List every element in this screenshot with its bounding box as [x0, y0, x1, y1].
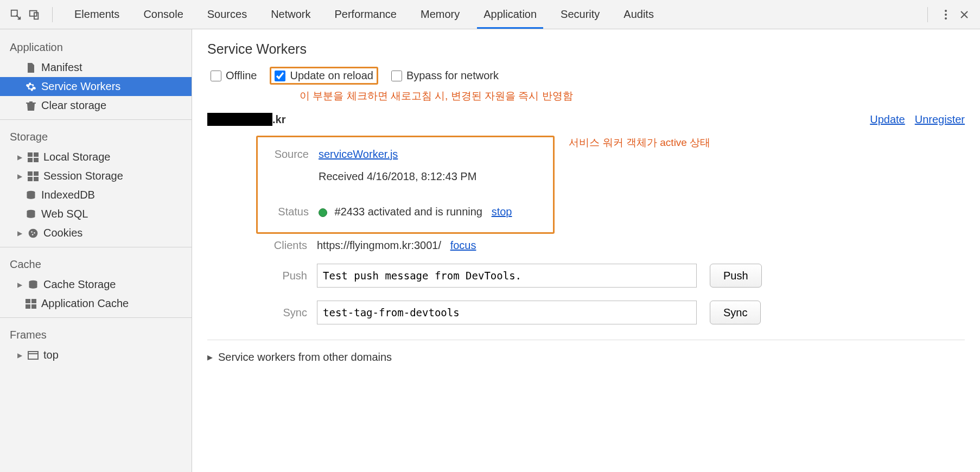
tab-sources[interactable]: Sources: [195, 1, 259, 28]
sync-label: Sync: [256, 307, 317, 319]
source-link[interactable]: serviceWorker.js: [319, 148, 398, 160]
close-icon[interactable]: [956, 7, 972, 23]
push-label: Push: [256, 270, 317, 282]
sidebar-item-indexeddb[interactable]: IndexedDB: [0, 186, 192, 205]
update-on-reload-checkbox-row[interactable]: Update on reload: [270, 67, 378, 85]
grid4-icon: [27, 170, 39, 182]
divider: [52, 7, 53, 22]
gear-icon: [25, 81, 37, 93]
status-label: Status: [264, 206, 319, 218]
bypass-for-network-checkbox[interactable]: [391, 71, 402, 81]
sidebar-item-label: Local Storage: [43, 151, 110, 163]
stop-link[interactable]: stop: [492, 206, 512, 218]
sync-button[interactable]: Sync: [710, 301, 761, 324]
push-button[interactable]: Push: [710, 264, 762, 288]
svg-rect-6: [28, 152, 33, 157]
svg-rect-10: [28, 171, 33, 176]
sidebar-group-frames: Frames: [0, 322, 192, 346]
svg-rect-11: [34, 171, 39, 176]
svg-rect-22: [31, 299, 36, 303]
sidebar-item-manifest[interactable]: Manifest: [0, 58, 192, 77]
other-domains-disclosure[interactable]: ▶ Service workers from other domains: [207, 349, 965, 366]
sidebar-item-label: IndexedDB: [41, 189, 95, 201]
sidebar-item-label: Application Cache: [41, 297, 129, 310]
tab-network[interactable]: Network: [259, 1, 322, 28]
db-icon: [25, 189, 37, 201]
sidebar-item-cache-storage[interactable]: ▶Cache Storage: [0, 275, 192, 294]
divider: [207, 340, 965, 340]
status-text: #2433 activated and is running: [335, 206, 482, 218]
svg-rect-21: [26, 299, 30, 303]
annotation-update-on-reload: 이 부분을 체크하면 새로고침 시, 변경된 자원을 즉시 반영함: [300, 89, 965, 103]
sidebar-group-application: Application: [0, 35, 192, 58]
update-on-reload-checkbox[interactable]: [275, 71, 285, 81]
svg-rect-24: [31, 304, 36, 309]
tab-audits[interactable]: Audits: [612, 1, 666, 28]
db-icon: [27, 279, 39, 291]
offline-checkbox-row[interactable]: Offline: [207, 67, 260, 84]
update-on-reload-label: Update on reload: [290, 69, 373, 82]
svg-rect-7: [34, 152, 39, 157]
sidebar-item-label: Manifest: [41, 61, 82, 74]
sidebar-item-clear-storage[interactable]: Clear storage: [0, 96, 192, 115]
sidebar-item-service-workers[interactable]: Service Workers: [0, 77, 192, 96]
sidebar-item-label: Session Storage: [43, 170, 123, 182]
application-sidebar: ApplicationManifestService WorkersClear …: [0, 29, 192, 472]
svg-point-16: [29, 228, 38, 238]
service-worker-detail-box: Source serviceWorker.js Received 4/16/20…: [256, 136, 555, 234]
cookie-icon: [27, 227, 39, 239]
svg-rect-13: [34, 177, 39, 181]
tab-memory[interactable]: Memory: [409, 1, 472, 28]
tab-application[interactable]: Application: [472, 1, 549, 28]
origin-suffix: .kr: [272, 113, 285, 126]
sidebar-item-cookies[interactable]: ▶Cookies: [0, 224, 192, 243]
disclosure-triangle-icon: ▶: [16, 230, 23, 237]
grid4-icon: [27, 151, 39, 163]
sidebar-item-label: Service Workers: [41, 80, 120, 93]
sidebar-item-top[interactable]: ▶top: [0, 346, 192, 365]
disclosure-triangle-icon: ▶: [16, 154, 23, 161]
tab-elements[interactable]: Elements: [62, 1, 131, 28]
svg-rect-25: [28, 352, 38, 359]
offline-checkbox[interactable]: [211, 71, 221, 81]
sync-input[interactable]: [317, 301, 697, 324]
svg-point-5: [945, 17, 947, 20]
bypass-for-network-checkbox-row[interactable]: Bypass for network: [388, 67, 502, 84]
received-text: Received 4/16/2018, 8:12:43 PM: [319, 170, 546, 183]
disclosure-triangle-icon: ▶: [16, 282, 23, 288]
svg-point-18: [34, 232, 35, 233]
sidebar-item-web-sql[interactable]: Web SQL: [0, 205, 192, 224]
window-icon: [27, 349, 39, 361]
update-link[interactable]: Update: [870, 113, 905, 126]
inspect-element-icon[interactable]: [8, 7, 24, 23]
divider: [927, 7, 928, 22]
sidebar-item-label: top: [43, 349, 59, 361]
sidebar-item-label: Cookies: [43, 227, 82, 239]
sidebar-item-local-storage[interactable]: ▶Local Storage: [0, 148, 192, 167]
sidebar-item-session-storage[interactable]: ▶Session Storage: [0, 167, 192, 186]
push-input[interactable]: [317, 264, 697, 288]
focus-link[interactable]: focus: [450, 239, 476, 251]
kebab-menu-icon[interactable]: [938, 7, 954, 23]
svg-point-19: [32, 234, 34, 235]
origin-row: .kr Update Unregister: [207, 113, 965, 126]
grid4-icon: [25, 298, 37, 310]
panel-title: Service Workers: [207, 41, 965, 57]
tab-security[interactable]: Security: [549, 1, 612, 28]
unregister-link[interactable]: Unregister: [915, 113, 965, 126]
other-domains-label: Service workers from other domains: [218, 351, 392, 363]
bypass-for-network-label: Bypass for network: [406, 69, 499, 82]
svg-rect-1: [30, 10, 37, 16]
clients-label: Clients: [256, 239, 317, 252]
tab-performance[interactable]: Performance: [323, 1, 409, 28]
divider: [0, 247, 192, 247]
tab-console[interactable]: Console: [131, 1, 195, 28]
sidebar-group-storage: Storage: [0, 124, 192, 148]
svg-rect-8: [28, 158, 33, 162]
offline-label: Offline: [226, 69, 257, 82]
svg-rect-23: [26, 304, 30, 309]
device-toolbar-icon[interactable]: [26, 7, 42, 23]
sidebar-item-application-cache[interactable]: Application Cache: [0, 294, 192, 313]
service-worker-options: Offline Update on reload Bypass for netw…: [207, 67, 965, 85]
svg-point-17: [31, 231, 33, 233]
